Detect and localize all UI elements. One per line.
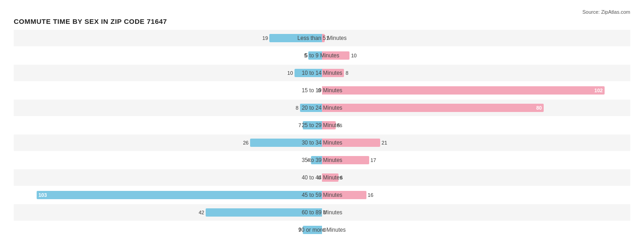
row-label: 45 to 59 Minutes	[302, 192, 343, 198]
row-label: 25 to 29 Minutes	[302, 122, 343, 128]
bars-container: 102 0 15 to 19 Minutes	[37, 85, 607, 95]
bar-section: 5 10 5 to 9 Minutes	[37, 49, 607, 62]
bars-container: 0 6 40 to 44 Minutes	[37, 173, 607, 183]
row-label: 30 to 34 Minutes	[302, 140, 343, 146]
left-num	[14, 140, 37, 146]
right-num	[607, 52, 630, 59]
chart-row: 7 0 90 or more Minutes	[14, 222, 630, 238]
bar-section: 103 16 45 to 59 Minutes	[37, 189, 607, 201]
male-num: 19	[262, 35, 268, 41]
bars-container: 19 1 Less than 5 Minutes	[37, 33, 607, 43]
male-num: 8	[296, 105, 299, 111]
male-value-inside: 103	[38, 192, 47, 198]
chart-row: 5 10 5 to 9 Minutes	[14, 47, 630, 64]
female-bar: 80	[322, 104, 544, 112]
right-num	[607, 105, 630, 111]
bar-section: 42 0 60 to 89 Minutes	[37, 206, 607, 219]
bar-section: 7 5 25 to 29 Minutes	[37, 119, 607, 132]
chart-title: COMMUTE TIME BY SEX IN ZIP CODE 71647	[14, 17, 630, 25]
left-num	[14, 105, 37, 111]
row-label: 90 or more Minutes	[298, 227, 345, 233]
right-num	[607, 70, 630, 76]
female-num: 10	[351, 53, 356, 58]
chart-row: 42 0 60 to 89 Minutes	[14, 204, 630, 221]
bar-section: 102 0 15 to 19 Minutes	[37, 84, 607, 97]
right-num	[607, 87, 630, 94]
bars-container: 80 8 20 to 24 Minutes	[37, 103, 607, 113]
row-label: 10 to 14 Minutes	[302, 70, 343, 76]
right-num	[607, 35, 630, 41]
bars-container: 7 5 25 to 29 Minutes	[37, 120, 607, 130]
right-num	[607, 174, 630, 181]
male-bar: 103	[37, 191, 322, 199]
left-num	[14, 192, 37, 198]
bars-container: 10 8 10 to 14 Minutes	[37, 68, 607, 78]
left-num	[14, 174, 37, 181]
left-num	[14, 209, 37, 216]
row-label: 15 to 19 Minutes	[302, 87, 343, 94]
left-num	[14, 70, 37, 76]
female-value-inside: 102	[595, 88, 603, 93]
row-label: 60 to 89 Minutes	[302, 209, 343, 216]
female-num: 17	[371, 157, 376, 163]
left-num	[14, 87, 37, 94]
left-num	[14, 52, 37, 59]
chart-row: 10 8 10 to 14 Minutes	[14, 65, 630, 81]
row-label: 5 to 9 Minutes	[305, 52, 339, 59]
right-num	[607, 209, 630, 216]
right-num	[607, 157, 630, 163]
row-label: 40 to 44 Minutes	[302, 174, 343, 181]
right-num	[607, 140, 630, 146]
chart-area: 19 1 Less than 5 Minutes 5 10 5 to 9 Min…	[14, 30, 630, 238]
chart-row: 103 16 45 to 59 Minutes	[14, 187, 630, 203]
male-num: 10	[287, 70, 293, 76]
left-num	[14, 227, 37, 233]
male-num: 7	[299, 123, 301, 128]
bar-section: 80 8 20 to 24 Minutes	[37, 101, 607, 114]
bar-section: 4 17 35 to 39 Minutes	[37, 154, 607, 167]
female-num: 8	[345, 70, 348, 76]
chart-row: 7 5 25 to 29 Minutes	[14, 117, 630, 134]
chart-row: 4 17 35 to 39 Minutes	[14, 152, 630, 168]
female-num: 16	[368, 192, 373, 198]
bar-section: 0 6 40 to 44 Minutes	[37, 171, 607, 184]
bars-container: 103 16 45 to 59 Minutes	[37, 190, 607, 200]
male-num: 26	[243, 140, 249, 145]
bar-section: 10 8 10 to 14 Minutes	[37, 67, 607, 79]
right-num	[607, 192, 630, 198]
row-label: 20 to 24 Minutes	[302, 105, 343, 111]
male-num: 42	[199, 210, 204, 215]
source-line: Source: ZipAtlas.com	[14, 9, 630, 15]
female-value-inside: 80	[536, 105, 542, 111]
bar-section: 26 21 30 to 34 Minutes	[37, 136, 607, 149]
chart-row: 0 6 40 to 44 Minutes	[14, 169, 630, 186]
bars-container: 42 0 60 to 89 Minutes	[37, 207, 607, 218]
female-bar: 102	[322, 86, 605, 95]
female-num: 21	[382, 140, 387, 145]
bar-section: 7 0 90 or more Minutes	[37, 223, 607, 236]
chart-row: 26 21 30 to 34 Minutes	[14, 134, 630, 151]
chart-row: 80 8 20 to 24 Minutes	[14, 100, 630, 116]
bars-container: 26 21 30 to 34 Minutes	[37, 138, 607, 148]
bars-container: 5 10 5 to 9 Minutes	[37, 50, 607, 61]
left-num	[14, 122, 37, 128]
row-label: Less than 5 Minutes	[297, 35, 346, 41]
left-num	[14, 35, 37, 41]
left-num	[14, 157, 37, 163]
row-label: 35 to 39 Minutes	[302, 157, 343, 163]
right-num	[607, 227, 630, 233]
bar-section: 19 1 Less than 5 Minutes	[37, 32, 607, 45]
chart-row: 19 1 Less than 5 Minutes	[14, 30, 630, 46]
right-num	[607, 122, 630, 128]
bars-container: 4 17 35 to 39 Minutes	[37, 155, 607, 165]
chart-row: 102 0 15 to 19 Minutes	[14, 82, 630, 99]
bars-container: 7 0 90 or more Minutes	[37, 225, 607, 235]
